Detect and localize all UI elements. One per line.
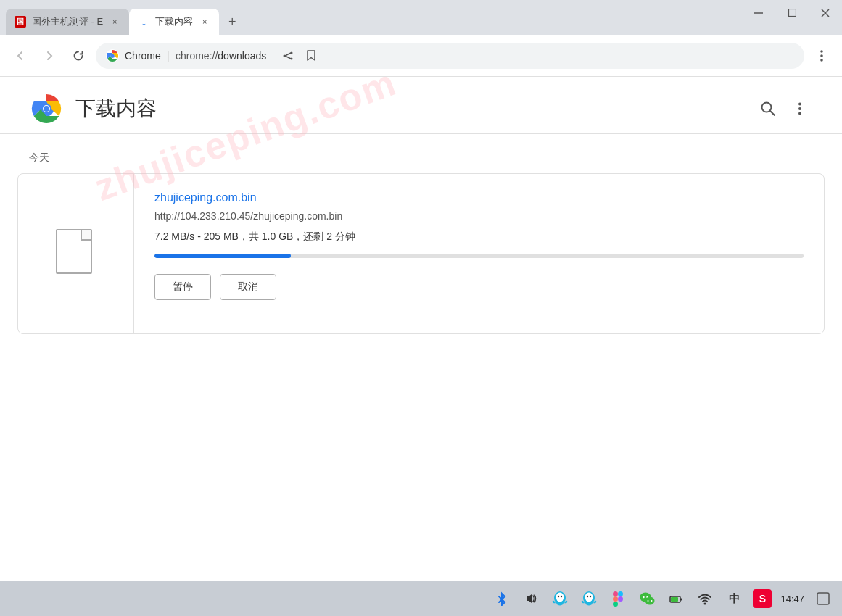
svg-point-23 <box>558 596 559 597</box>
page-divider <box>0 133 842 134</box>
svg-rect-32 <box>613 602 618 607</box>
refresh-button[interactable] <box>67 44 90 67</box>
svg-point-6 <box>284 54 286 57</box>
new-tab-button[interactable]: + <box>222 12 242 32</box>
close-button[interactable] <box>809 0 842 25</box>
download-card: zhujiceping.com.bin http://104.233.210.4… <box>17 173 825 334</box>
figma-icon[interactable] <box>608 588 628 609</box>
title-bar: 国 国外主机测评 - E × ↓ 下载内容 × + <box>0 0 842 35</box>
svg-rect-30 <box>618 591 623 596</box>
address-bar[interactable]: Chrome | chrome://downloads <box>96 43 804 69</box>
qq1-icon[interactable] <box>550 588 570 609</box>
wifi-icon[interactable] <box>695 588 715 609</box>
svg-point-22 <box>556 593 564 602</box>
inactive-tab-favicon: 国 <box>15 16 26 28</box>
wechat-icon[interactable] <box>637 588 657 609</box>
svg-point-15 <box>44 106 49 112</box>
sougou-icon[interactable]: S <box>753 589 772 608</box>
share-button[interactable] <box>278 46 298 66</box>
address-actions <box>278 46 321 66</box>
page-header: 下载内容 <box>0 77 842 133</box>
download-url: http://104.233.210.45/zhujiceping.com.bi… <box>154 210 804 222</box>
svg-point-20 <box>798 112 801 115</box>
nav-bar: Chrome | chrome://downloads <box>0 35 842 77</box>
inactive-tab[interactable]: 国 国外主机测评 - E × <box>6 9 129 35</box>
svg-rect-29 <box>613 591 618 596</box>
active-tab-close[interactable]: × <box>199 16 210 28</box>
svg-point-38 <box>648 600 649 602</box>
svg-point-7 <box>291 51 293 54</box>
svg-point-26 <box>585 593 593 602</box>
page-title: 下载内容 <box>75 95 157 122</box>
svg-point-28 <box>590 596 591 597</box>
download-filename[interactable]: zhujiceping.com.bin <box>154 191 804 204</box>
svg-rect-31 <box>613 596 618 602</box>
maximize-button[interactable] <box>775 0 809 25</box>
svg-point-24 <box>561 596 562 597</box>
svg-point-8 <box>291 57 293 59</box>
search-button[interactable] <box>755 96 781 122</box>
qq2-icon[interactable] <box>579 588 599 609</box>
svg-point-11 <box>820 59 823 62</box>
cancel-button[interactable]: 取消 <box>220 274 276 300</box>
file-icon-body <box>56 229 92 274</box>
download-speed: 7.2 MB/s - 205 MB，共 1.0 GB，还剩 2 分钟 <box>154 230 804 244</box>
address-path: downloads <box>218 50 266 62</box>
active-tab-title: 下载内容 <box>155 15 193 28</box>
forward-button[interactable] <box>38 44 61 67</box>
page-header-left: 下载内容 <box>29 91 157 126</box>
svg-point-43 <box>704 603 706 605</box>
active-tab[interactable]: ↓ 下载内容 × <box>129 9 219 35</box>
battery-icon[interactable] <box>666 588 686 609</box>
download-icon-area <box>18 174 134 333</box>
bluetooth-icon[interactable] <box>492 588 512 609</box>
notification-icon[interactable] <box>813 588 833 609</box>
minimize-button[interactable] <box>742 0 775 25</box>
downloads-page: zhujiceping.com 下载内容 <box>0 77 842 581</box>
address-scheme: chrome:// <box>176 50 218 62</box>
inactive-tab-close[interactable]: × <box>109 16 120 28</box>
taskbar-time: 14:47 <box>780 594 804 604</box>
pause-button[interactable]: 暂停 <box>154 274 211 300</box>
page-menu-button[interactable] <box>787 96 813 122</box>
section-label: 今天 <box>0 146 842 173</box>
inactive-tab-title: 国外主机测评 - E <box>32 15 103 28</box>
volume-icon[interactable] <box>521 588 541 609</box>
svg-point-27 <box>587 596 588 597</box>
download-buttons: 暂停 取消 <box>154 274 804 300</box>
progress-bar-fill <box>154 254 291 258</box>
svg-rect-44 <box>817 593 829 604</box>
svg-point-18 <box>798 103 801 106</box>
back-button[interactable] <box>9 44 32 67</box>
svg-point-33 <box>618 596 623 602</box>
browser-menu-button[interactable] <box>810 44 833 67</box>
svg-rect-41 <box>671 597 678 602</box>
svg-point-19 <box>798 107 801 110</box>
progress-bar-container <box>154 254 804 258</box>
file-icon <box>56 229 96 278</box>
svg-rect-1 <box>788 9 796 17</box>
address-separator: | <box>167 49 170 62</box>
svg-point-9 <box>820 50 823 53</box>
download-info: zhujiceping.com.bin http://104.233.210.4… <box>134 174 824 333</box>
file-icon-corner <box>81 230 91 241</box>
svg-line-17 <box>770 111 775 115</box>
svg-point-35 <box>643 596 645 598</box>
address-url: chrome://downloads <box>176 50 266 62</box>
lang-icon[interactable]: 中 <box>724 588 744 609</box>
chrome-address-icon <box>106 49 119 62</box>
address-browser-name: Chrome <box>125 50 161 62</box>
page-header-right <box>755 96 813 122</box>
svg-point-39 <box>651 600 653 602</box>
download-tab-favicon: ↓ <box>138 16 149 28</box>
svg-rect-42 <box>680 599 682 601</box>
svg-point-37 <box>645 597 655 605</box>
bookmark-button[interactable] <box>301 46 321 66</box>
chrome-logo <box>29 91 64 126</box>
svg-point-10 <box>820 54 823 57</box>
window-controls <box>742 0 842 25</box>
taskbar: 中 S 14:47 <box>0 581 842 616</box>
